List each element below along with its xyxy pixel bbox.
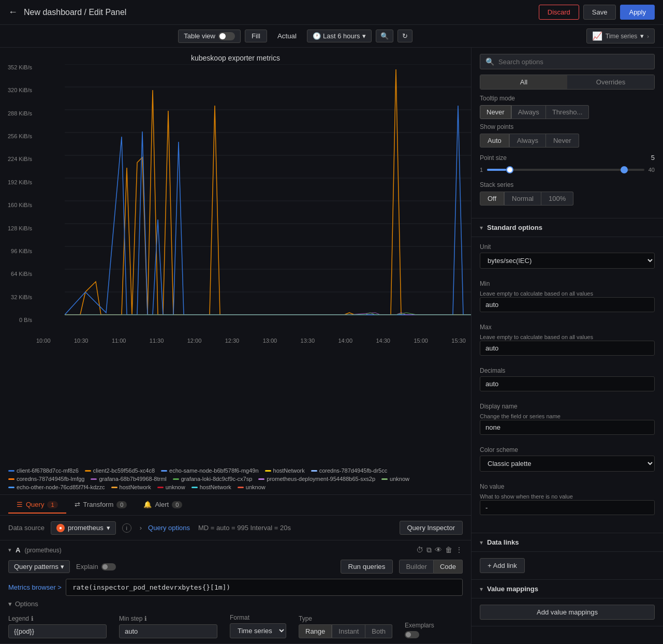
type-both-button[interactable]: Both: [365, 624, 392, 638]
type-range-button[interactable]: Range: [299, 624, 332, 638]
min-step-input[interactable]: [119, 624, 217, 638]
table-view-switch[interactable]: [218, 32, 235, 40]
stack-off-button[interactable]: Off: [480, 192, 504, 206]
discard-button[interactable]: Discard: [539, 5, 579, 20]
legend-item[interactable]: hostNetwork: [191, 484, 231, 490]
query-inspector-button[interactable]: Query Inspector: [400, 521, 463, 535]
tab-overrides-button[interactable]: Overrides: [567, 75, 654, 89]
decimals-input[interactable]: [480, 376, 655, 391]
right-panel: 🔍 All Overrides Tooltip mode Never Alway…: [472, 48, 663, 644]
add-value-mappings-button[interactable]: Add value mappings: [480, 605, 655, 620]
code-button[interactable]: Code: [434, 560, 463, 574]
back-button[interactable]: ←: [8, 7, 18, 18]
y-label: 288 KiB/s: [8, 110, 32, 116]
legend-item[interactable]: grafana-loki-8dc9cf9c-cx7sp: [173, 476, 253, 482]
legend-item[interactable]: coredns-787d4945fb-dr5cc: [311, 467, 387, 474]
tab-all-button[interactable]: All: [480, 75, 567, 89]
tooltip-never-button[interactable]: Never: [480, 105, 511, 119]
datasource-selector[interactable]: ● prometheus ▾: [51, 521, 116, 535]
display-name-input[interactable]: [480, 420, 655, 435]
tab-query[interactable]: ☰ Query 1: [8, 496, 66, 514]
chevron-down-icon: ▾: [107, 524, 110, 532]
datasource-info-icon[interactable]: i: [122, 523, 131, 533]
legend-input[interactable]: [8, 624, 107, 638]
legend-item[interactable]: client-6f6788d7cc-mf8z6: [8, 467, 79, 474]
tooltip-always-button[interactable]: Always: [511, 105, 546, 119]
options-header[interactable]: ▾ Options: [8, 600, 463, 608]
tab-alert[interactable]: 🔔 Alert 0: [135, 496, 190, 514]
y-label: 224 KiB/s: [8, 156, 32, 162]
legend-info-icon[interactable]: ℹ: [31, 615, 34, 622]
query-input-field[interactable]: [66, 579, 463, 596]
min-input[interactable]: [480, 297, 655, 312]
format-select[interactable]: Time series Table Heatmap: [230, 623, 286, 638]
transform-count-badge: 0: [116, 501, 127, 508]
color-scheme-label: Color scheme: [480, 446, 655, 453]
builder-button[interactable]: Builder: [399, 560, 433, 574]
show-points-buttons: Auto Always Never: [480, 134, 655, 148]
save-button[interactable]: Save: [583, 5, 616, 20]
legend-item[interactable]: echo-other-node-76cd85f7f4-kdzzc: [8, 484, 105, 490]
search-input[interactable]: [498, 58, 649, 66]
show-points-auto-button[interactable]: Auto: [480, 134, 509, 148]
stack-100-button[interactable]: 100%: [541, 192, 573, 206]
table-view-toggle[interactable]: Table view: [178, 30, 241, 43]
value-mappings-header[interactable]: ▾ Value mappings: [472, 580, 663, 598]
query-letter: A: [16, 546, 20, 554]
prometheus-icon: ●: [56, 524, 65, 532]
query-source-tag: (prometheus): [24, 547, 61, 554]
legend-item[interactable]: unknow: [238, 484, 266, 490]
zoom-out-button[interactable]: 🔍: [376, 30, 393, 42]
tab-transform[interactable]: ⇄ Transform 0: [66, 496, 136, 514]
legend-item[interactable]: hostNetwork: [265, 467, 305, 474]
unit-select[interactable]: bytes/sec(IEC) bytes/sec(SI) bits/sec: [480, 253, 655, 269]
search-input-wrap[interactable]: 🔍: [480, 54, 655, 69]
run-queries-button[interactable]: Run queries: [341, 560, 393, 574]
query-block-a: ▾ A (prometheus) ⏱ ⧉ 👁 🗑 ⋮ Query pattern…: [0, 540, 471, 644]
query-block-header: ▾ A (prometheus) ⏱ ⧉ 👁 🗑 ⋮: [8, 546, 463, 554]
query-delete-icon[interactable]: 🗑: [445, 546, 452, 554]
apply-button[interactable]: Apply: [620, 5, 655, 20]
legend-item[interactable]: unknow: [157, 484, 185, 490]
legend-item[interactable]: grafana-68b7b49968-8trml: [91, 476, 166, 482]
legend-item[interactable]: echo-same-node-b6bf578f6-mg49n: [161, 467, 258, 474]
legend-item[interactable]: hostNetwork: [111, 484, 151, 490]
legend-item[interactable]: client2-bc59f56d5-xc4c8: [85, 467, 155, 474]
data-links-header[interactable]: ▾ Data links: [472, 533, 663, 552]
point-size-slider[interactable]: [487, 165, 644, 175]
min-step-info-icon[interactable]: ℹ: [144, 615, 147, 622]
metrics-browser-link[interactable]: Metrics browser >: [8, 583, 62, 591]
actual-button[interactable]: Actual: [271, 30, 303, 42]
time-range-picker[interactable]: 🕐 Last 6 hours ▾: [307, 30, 372, 42]
query-clock-icon[interactable]: ⏱: [416, 546, 423, 554]
show-points-never-button[interactable]: Never: [546, 134, 579, 148]
no-value-input[interactable]: [480, 500, 655, 515]
y-axis: 352 KiB/s 320 KiB/s 288 KiB/s 256 KiB/s …: [0, 64, 36, 323]
expand-icon[interactable]: ›: [140, 524, 142, 532]
show-points-group: Show points Auto Always Never: [480, 123, 655, 148]
legend-item[interactable]: unknow: [381, 476, 409, 482]
fill-button[interactable]: Fill: [245, 30, 267, 42]
query-patterns-button[interactable]: Query patterns ▾: [8, 560, 70, 573]
query-collapse-icon[interactable]: ▾: [8, 547, 11, 553]
options-label: Options: [15, 600, 38, 608]
query-eye-icon[interactable]: 👁: [435, 546, 442, 554]
tooltip-threshold-button[interactable]: Thresho...: [546, 105, 590, 119]
x-label: 12:30: [225, 338, 240, 344]
legend-item[interactable]: prometheus-deployment-954488b65-sxs2p: [258, 476, 375, 482]
show-points-always-button[interactable]: Always: [509, 134, 546, 148]
add-link-button[interactable]: + Add link: [480, 558, 525, 573]
max-input[interactable]: [480, 341, 655, 356]
legend-item[interactable]: coredns-787d4945fb-lmfgg: [8, 476, 84, 482]
explain-switch[interactable]: [101, 563, 116, 570]
query-more-icon[interactable]: ⋮: [455, 546, 463, 554]
stack-normal-button[interactable]: Normal: [504, 192, 541, 206]
panel-type-selector[interactable]: 📈 Time series ▾ ›: [586, 28, 655, 43]
query-copy-icon[interactable]: ⧉: [426, 546, 432, 554]
type-instant-button[interactable]: Instant: [332, 624, 365, 638]
exemplars-toggle[interactable]: [405, 631, 419, 638]
standard-options-header[interactable]: ▾ Standard options: [472, 218, 663, 237]
refresh-button[interactable]: ↻: [397, 30, 412, 42]
color-scheme-select[interactable]: Classic palette Fixed color Shades of a …: [480, 456, 655, 472]
query-options-link[interactable]: Query options: [148, 524, 190, 532]
